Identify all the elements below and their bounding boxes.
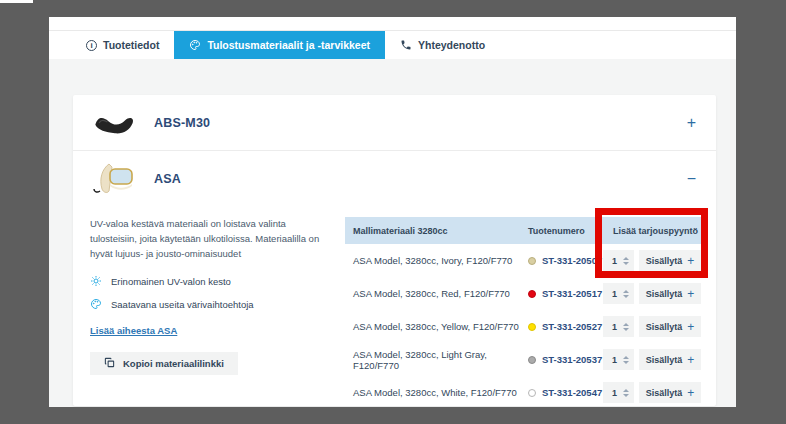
- phone-icon: [400, 39, 412, 51]
- page-content: ABS-M30 + ASA − UV-valoa kestävä ma: [49, 59, 736, 406]
- feature-color-options: Saatavana useita värivaihtoehtoja: [90, 293, 328, 316]
- quantity-stepper[interactable]: 1: [603, 349, 634, 370]
- tab-label: Tuotetiedot: [103, 39, 159, 51]
- plus-icon: +: [687, 387, 694, 399]
- asa-info-column: UV-valoa kestävä materiaali on loistava …: [90, 207, 328, 406]
- screenshot-root: { "colors": { "frame": "#5e5e5e", "page_…: [0, 0, 786, 424]
- quantity-stepper[interactable]: 1: [603, 250, 634, 271]
- top-left-notch: [0, 0, 33, 3]
- stepper-arrows-icon[interactable]: [623, 356, 629, 364]
- asa-materials-column: Mallimateriaali 3280cc Tuotenumero Lisää…: [345, 207, 701, 406]
- table-row: ASA Model, 3280cc, Ivory, F120/F770 ST-3…: [345, 244, 701, 277]
- quantity-value: 1: [612, 388, 617, 398]
- feature-label: Saatavana useita värivaihtoehtoja: [111, 299, 254, 310]
- materials-table: Mallimateriaali 3280cc Tuotenumero Lisää…: [345, 217, 701, 406]
- table-row: ASA Model, 3280cc, Light Gray, F120/F770…: [345, 343, 701, 376]
- include-label: Sisällytä: [646, 256, 683, 266]
- color-swatch: [528, 290, 536, 298]
- material-name: ASA Model, 3280cc, Yellow, F120/F770: [345, 321, 528, 332]
- material-name: ASA Model, 3280cc, Red, F120/F770: [345, 288, 528, 299]
- include-label: Sisällytä: [646, 322, 683, 332]
- section-asa[interactable]: ASA −: [73, 151, 716, 207]
- feature-uv-resistance: Erinomainen UV-valon kesto: [90, 270, 328, 293]
- include-label: Sisällytä: [646, 355, 683, 365]
- table-row: ASA Model, 3280cc, Red, F120/F770 ST-331…: [345, 277, 701, 310]
- product-number: ST-331-20527: [542, 321, 602, 332]
- quantity-value: 1: [612, 322, 617, 332]
- color-swatch: [528, 356, 536, 364]
- section-title: ASA: [154, 172, 181, 186]
- quantity-stepper[interactable]: 1: [603, 382, 634, 403]
- section-title: ABS-M30: [154, 116, 210, 130]
- tab-bar: i Tuotetiedot Tulostusmateriaalit ja -ta…: [49, 31, 736, 59]
- material-name: ASA Model, 3280cc, White, F120/F770: [345, 387, 528, 398]
- more-about-asa-link[interactable]: Lisää aiheesta ASA: [90, 325, 177, 336]
- quantity-value: 1: [612, 289, 617, 299]
- include-label: Sisällytä: [646, 289, 683, 299]
- column-header-action: Lisää tarjouspyyntö: [603, 226, 701, 236]
- tab-label: Tulostusmateriaalit ja -tarvikkeet: [207, 39, 370, 51]
- asa-feature-list: Erinomainen UV-valon kesto Saatavana use…: [90, 270, 328, 316]
- materials-card: ABS-M30 + ASA − UV-valoa kestävä ma: [73, 95, 716, 406]
- material-name: ASA Model, 3280cc, Ivory, F120/F770: [345, 255, 528, 266]
- browser-viewport: i Tuotetiedot Tulostusmateriaalit ja -ta…: [49, 17, 736, 407]
- abs-m30-product-image: [90, 106, 138, 140]
- quantity-stepper[interactable]: 1: [603, 283, 634, 304]
- section-abs-m30[interactable]: ABS-M30 +: [73, 95, 716, 151]
- plus-icon: +: [687, 255, 694, 267]
- product-number: ST-331-20517: [542, 288, 602, 299]
- include-label: Sisällytä: [646, 388, 683, 398]
- plus-icon: +: [687, 321, 694, 333]
- color-swatch: [528, 389, 536, 397]
- include-button[interactable]: Sisällytä +: [639, 250, 701, 271]
- tab-tuotetiedot[interactable]: i Tuotetiedot: [71, 31, 174, 59]
- table-row: ASA Model, 3280cc, Yellow, F120/F770 ST-…: [345, 310, 701, 343]
- quantity-stepper[interactable]: 1: [603, 316, 634, 337]
- palette-icon: [90, 298, 102, 312]
- palette-icon: [189, 39, 201, 51]
- table-row: ASA Model, 3280cc, White, F120/F770 ST-3…: [345, 376, 701, 406]
- table-header-row: Mallimateriaali 3280cc Tuotenumero Lisää…: [345, 217, 701, 244]
- collapse-icon[interactable]: −: [687, 171, 696, 187]
- quantity-value: 1: [612, 355, 617, 365]
- color-swatch: [528, 323, 536, 331]
- include-button[interactable]: Sisällytä +: [639, 316, 701, 337]
- product-number: ST-331-20547: [542, 387, 602, 398]
- color-swatch: [528, 257, 536, 265]
- column-header-number: Tuotenumero: [528, 226, 603, 236]
- asa-section-body: UV-valoa kestävä materiaali on loistava …: [73, 207, 716, 406]
- page-header-strip: [49, 17, 736, 31]
- tab-yhteydenotto[interactable]: Yhteydenotto: [385, 31, 500, 59]
- tab-tulostusmateriaalit[interactable]: Tulostusmateriaalit ja -tarvikkeet: [174, 31, 385, 59]
- product-number: ST-331-20507: [542, 255, 602, 266]
- feature-label: Erinomainen UV-valon kesto: [111, 276, 231, 287]
- plus-icon: +: [687, 288, 694, 300]
- copy-button-label: Kopioi materiaalilinkki: [123, 358, 224, 369]
- plus-icon: +: [687, 354, 694, 366]
- stepper-arrows-icon[interactable]: [623, 290, 629, 298]
- stepper-arrows-icon[interactable]: [623, 257, 629, 265]
- column-header-material: Mallimateriaali 3280cc: [345, 226, 528, 236]
- tab-label: Yhteydenotto: [418, 39, 485, 51]
- include-button[interactable]: Sisällytä +: [639, 283, 701, 304]
- sun-icon: [90, 275, 102, 289]
- stepper-arrows-icon[interactable]: [623, 323, 629, 331]
- quantity-value: 1: [612, 256, 617, 266]
- stepper-arrows-icon[interactable]: [623, 389, 629, 397]
- include-button[interactable]: Sisällytä +: [639, 349, 701, 370]
- info-icon: i: [86, 40, 97, 51]
- expand-icon[interactable]: +: [687, 115, 696, 131]
- asa-product-image: [90, 162, 138, 196]
- product-number: ST-331-20537: [542, 354, 602, 365]
- copy-icon: [104, 357, 115, 370]
- material-name: ASA Model, 3280cc, Light Gray, F120/F770: [345, 349, 528, 371]
- include-button[interactable]: Sisällytä +: [639, 382, 701, 403]
- asa-description: UV-valoa kestävä materiaali on loistava …: [90, 216, 328, 261]
- copy-material-link-button[interactable]: Kopioi materiaalilinkki: [90, 352, 238, 375]
